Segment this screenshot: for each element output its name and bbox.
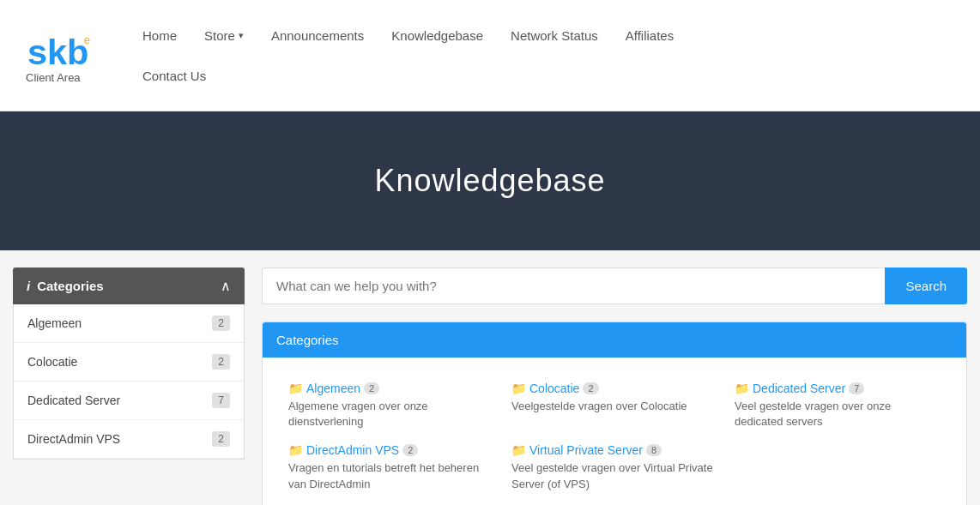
- nav-contact-us[interactable]: Contact Us: [129, 60, 220, 92]
- sidebar-item-label: Dedicated Server: [27, 394, 120, 407]
- category-name: Algemeen: [306, 382, 360, 395]
- sidebar-item-count: 2: [212, 354, 230, 370]
- category-title-dedicated-server[interactable]: 📁 Dedicated Server 7: [735, 382, 941, 395]
- nav-knowledgebase[interactable]: Knowledgebase: [378, 20, 497, 51]
- navigation: Home Store Announcements Knowledgebase N…: [129, 20, 687, 92]
- category-name: Virtual Private Server: [529, 443, 643, 457]
- nav-store[interactable]: Store: [191, 20, 257, 51]
- category-card-dedicated-server: 📁 Dedicated Server 7 Veel gestelde vrage…: [726, 375, 949, 436]
- nav-announcements[interactable]: Announcements: [257, 20, 378, 51]
- category-card-directadmin-vps: 📁 DirectAdmin VPS 2 Vragen en tutorials …: [280, 436, 503, 498]
- svg-text:skb: skb: [27, 33, 88, 72]
- logo-area: skb e Client Area: [26, 27, 94, 84]
- nav-affiliates[interactable]: Affiliates: [612, 20, 687, 51]
- nav-home[interactable]: Home: [129, 20, 191, 51]
- category-card-vps: 📁 Virtual Private Server 8 Veel gestelde…: [503, 436, 726, 498]
- category-title-directadmin-vps[interactable]: 📁 DirectAdmin VPS 2: [288, 443, 494, 457]
- category-description: Algemene vragen over onze dienstverlenin…: [288, 399, 494, 430]
- folder-icon: 📁: [735, 382, 749, 395]
- sidebar-item-label: Algemeen: [27, 316, 82, 330]
- logo-svg: skb e: [26, 27, 94, 75]
- sidebar-collapse-icon[interactable]: [221, 278, 231, 294]
- category-description: Veel gestelde vragen over Virtual Privat…: [511, 460, 717, 491]
- folder-icon: 📁: [288, 443, 303, 457]
- category-title-colocatie[interactable]: 📁 Colocatie 2: [511, 382, 717, 395]
- sidebar-title: Categories: [37, 279, 104, 293]
- sidebar-header-left: Categories: [27, 279, 104, 293]
- sidebar-item-colocatie[interactable]: Colocatie 2: [14, 343, 244, 382]
- search-input[interactable]: [262, 268, 885, 304]
- sidebar-item-label: Colocatie: [27, 355, 77, 369]
- sidebar-header: Categories: [13, 268, 245, 304]
- category-card-algemeen: 📁 Algemeen 2 Algemene vragen over onze d…: [280, 375, 503, 436]
- categories-panel: Categories 📁 Algemeen 2 Algemene vragen …: [262, 322, 967, 505]
- sidebar-items: Algemeen 2 Colocatie 2 Dedicated Server …: [13, 304, 245, 460]
- nav-network-status[interactable]: Network Status: [497, 20, 612, 51]
- sidebar-item-count: 2: [212, 431, 230, 447]
- category-badge: 2: [402, 444, 418, 456]
- category-description: Vragen en tutorials betreft het beheren …: [288, 460, 494, 491]
- categories-header: Categories: [263, 322, 966, 358]
- category-card-colocatie: 📁 Colocatie 2 Veelgestelde vragen over C…: [503, 375, 726, 436]
- search-button[interactable]: Search: [885, 268, 967, 304]
- search-box: Search: [262, 268, 967, 304]
- sidebar-item-algemeen[interactable]: Algemeen 2: [14, 304, 244, 343]
- sidebar-item-count: 2: [212, 316, 230, 331]
- category-badge: 2: [583, 382, 598, 394]
- info-icon: [27, 279, 30, 293]
- svg-text:e: e: [84, 33, 90, 45]
- sidebar-item-label: DirectAdmin VPS: [27, 432, 120, 446]
- sidebar-item-directadmin-vps[interactable]: DirectAdmin VPS 2: [14, 420, 244, 459]
- category-badge: 7: [849, 382, 864, 394]
- category-name: DirectAdmin VPS: [306, 443, 399, 457]
- site-header: skb e Client Area Home Store Announcemen…: [0, 0, 980, 111]
- right-panel: Search Categories 📁 Algemeen 2 Algemene …: [262, 268, 967, 505]
- client-area-label: Client Area: [26, 71, 94, 84]
- hero-banner: Knowledgebase: [0, 111, 980, 250]
- category-name: Colocatie: [529, 382, 579, 395]
- folder-icon: 📁: [511, 443, 526, 457]
- category-badge: 8: [646, 444, 662, 456]
- category-description: Veelgestelde vragen over Colocatie: [511, 399, 717, 414]
- sidebar-item-dedicated-server[interactable]: Dedicated Server 7: [14, 382, 244, 420]
- category-name: Dedicated Server: [753, 382, 845, 395]
- folder-icon: 📁: [288, 382, 303, 395]
- category-badge: 2: [364, 382, 379, 394]
- hero-title: Knowledgebase: [17, 163, 963, 199]
- category-title-vps[interactable]: 📁 Virtual Private Server 8: [511, 443, 717, 457]
- category-description: Veel gestelde vragen over onze dedicated…: [735, 399, 941, 430]
- folder-icon: 📁: [511, 382, 526, 395]
- sidebar-item-count: 7: [212, 393, 230, 408]
- main-content: Categories Algemeen 2 Colocatie 2 Dedica…: [0, 250, 980, 505]
- categories-grid: 📁 Algemeen 2 Algemene vragen over onze d…: [263, 358, 966, 505]
- nav-bottom: Contact Us: [129, 60, 687, 92]
- sidebar: Categories Algemeen 2 Colocatie 2 Dedica…: [13, 268, 245, 505]
- category-title-algemeen[interactable]: 📁 Algemeen 2: [288, 382, 494, 395]
- nav-top: Home Store Announcements Knowledgebase N…: [129, 20, 687, 51]
